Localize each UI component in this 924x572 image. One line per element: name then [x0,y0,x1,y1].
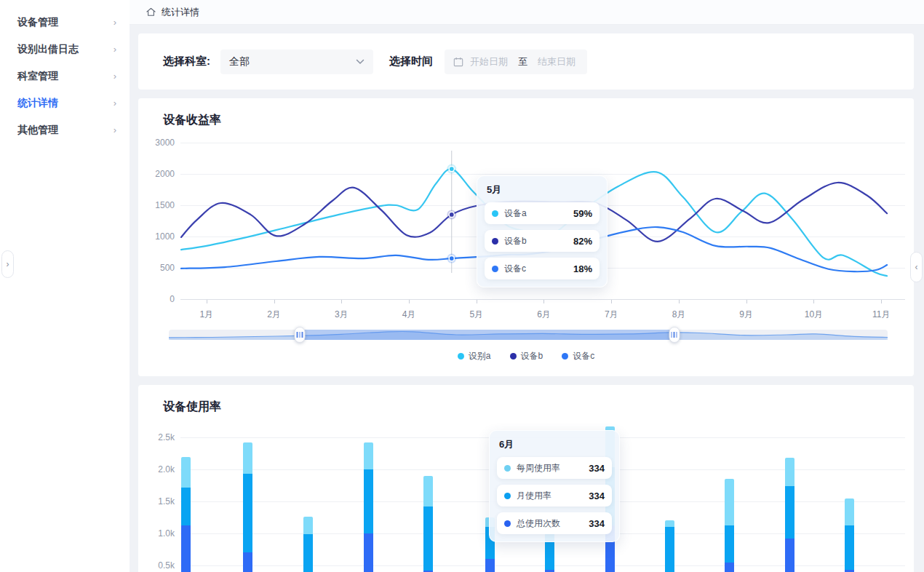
x-tick-label: 5月 [469,309,483,321]
bar-segment-week [423,476,433,507]
end-date-input[interactable]: 结束日期 [538,55,575,68]
y-tick-label: 0.5k [141,560,175,571]
y-tick-label: 0 [141,294,175,304]
chevron-down-icon [356,59,365,65]
sidebar-item-3[interactable]: 统计详情› [0,90,130,116]
x-tick-label: 6月 [537,309,551,321]
y-tick-label: 3000 [141,138,175,148]
main-content: 统计详情 选择科室: 全部 选择时间 开始日期 至 结束日期 [130,0,924,572]
department-filter-label: 选择科室: [163,55,210,68]
y-tick-label: 1.0k [141,528,175,539]
x-tick-label: 8月 [672,309,686,321]
bar-chart-title: 设备使用率 [163,400,221,415]
tooltip-series-value: 82% [573,236,592,247]
legend-item-1[interactable]: 设备b [510,350,543,362]
bar-segment-week [303,517,313,534]
revenue-line-chart-card: 设备收益率 1月2月3月4月5月6月7月8月9月10月11月 设别a设备b设备c… [138,98,914,376]
legend-item-2[interactable]: 设备c [562,350,594,362]
legend-item-0[interactable]: 设别a [458,350,491,362]
sidebar-item-2[interactable]: 科室管理› [0,63,130,90]
bar-segment-week [845,498,854,525]
x-tick-label: 1月 [199,309,213,321]
legend-label: 设备b [521,350,543,362]
x-tick-label: 4月 [402,309,416,321]
tooltip-series-dot [492,266,498,272]
legend-dot [510,353,517,360]
bar-segment-total [181,525,191,572]
sidebar-item-0[interactable]: 设备管理› [0,9,130,36]
date-range-picker[interactable]: 开始日期 至 结束日期 [445,49,587,74]
breadcrumb-title: 统计详情 [162,6,199,19]
bar-8[interactable] [665,520,674,572]
sidebar-item-1[interactable]: 设别出借日志› [0,36,130,63]
tooltip-series-label: 设备b [504,235,573,247]
x-tick-label: 7月 [605,309,618,321]
bar-segment-total [785,539,794,572]
tooltip-series-label: 每周使用率 [517,462,589,474]
tooltip-row: 每周使用率334 [497,457,612,479]
date-range-separator: 至 [518,55,527,68]
sidebar-item-label: 其他管理 [17,124,58,137]
datazoom-left-handle[interactable] [294,327,305,343]
tooltip-row: 总使用次数334 [497,512,612,534]
department-select-value: 全部 [229,55,250,68]
bar-segment-month [785,486,794,539]
sidebar-item-4[interactable]: 其他管理› [0,116,130,143]
x-tick-label: 2月 [267,309,281,321]
chevron-right-icon: › [7,259,9,269]
tooltip-series-dot [504,465,511,472]
tooltip-title: 6月 [499,438,612,451]
panel-collapse-toggle[interactable]: ‹ [910,252,923,282]
tooltip-series-value: 18% [573,263,592,274]
pointer-marker [449,256,454,261]
sidebar-expand-toggle[interactable]: › [1,250,14,278]
bar-chart-tooltip: 6月 每周使用率334月使用率334总使用次数334 [489,430,620,542]
sidebar-item-label: 设备管理 [17,16,58,29]
legend-dot [562,353,568,360]
tooltip-series-value: 334 [589,518,605,529]
bar-segment-week [785,458,794,486]
home-icon [146,7,156,17]
bar-segment-total [243,552,252,572]
sidebar-item-label: 设别出借日志 [17,43,79,56]
bar-segment-month [181,488,191,526]
pointer-marker [449,212,454,217]
bar-segment-week [364,442,373,469]
y-tick-label: 2.5k [141,432,175,442]
bar-segment-month [423,507,433,571]
start-date-input[interactable]: 开始日期 [470,55,508,68]
y-tick-label: 2.0k [141,464,175,474]
line-chart-legend: 设别a设备b设备c [138,350,914,362]
bar-3[interactable] [364,442,373,572]
bar-segment-month [725,525,734,563]
tooltip-series-value: 334 [589,463,605,474]
line-chart-title: 设备收益率 [163,113,221,128]
sidebar: 设备管理›设别出借日志›科室管理›统计详情›其他管理› [0,0,130,572]
datazoom-selected-range[interactable] [300,330,674,340]
chevron-left-icon: ‹ [915,262,918,272]
datazoom-slider[interactable] [169,330,888,340]
bar-0[interactable] [181,457,191,572]
bar-segment-week [665,520,674,527]
chevron-right-icon: › [113,71,116,82]
bar-10[interactable] [785,458,794,572]
breadcrumb[interactable]: 统计详情 [130,0,924,25]
tooltip-series-label: 月使用率 [517,490,589,502]
bar-segment-month [665,527,674,572]
calendar-icon [453,57,463,67]
bar-1[interactable] [243,442,252,572]
app-window: 设备管理›设别出借日志›科室管理›统计详情›其他管理› › ‹ 统计详情 选择科… [0,0,924,572]
filter-bar: 选择科室: 全部 选择时间 开始日期 至 结束日期 [138,33,914,90]
chevron-right-icon: › [113,98,116,108]
department-select[interactable]: 全部 [220,49,373,74]
tooltip-series-dot [504,493,511,499]
bar-11[interactable] [845,498,854,572]
bar-segment-month [845,525,854,571]
bar-segment-month [243,474,252,552]
tooltip-row: 设备a59% [485,202,600,224]
sidebar-item-label: 科室管理 [17,70,58,83]
bar-2[interactable] [303,517,313,572]
bar-4[interactable] [423,476,433,572]
datazoom-right-handle[interactable] [669,327,680,343]
bar-9[interactable] [725,479,734,572]
